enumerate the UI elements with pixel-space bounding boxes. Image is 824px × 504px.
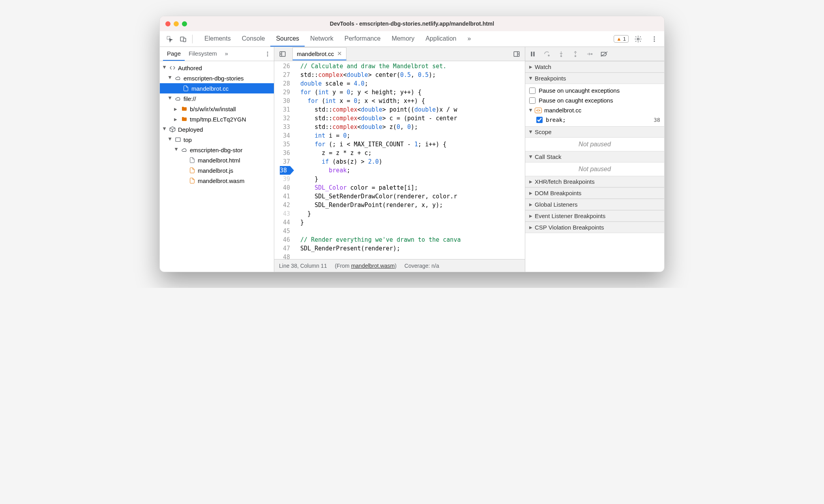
chevron-down-icon: ▶ [168,96,172,101]
navigator-sidebar: Page Filesystem » ▶ Authored ▶ emscripte… [160,47,274,272]
tree-domain[interactable]: ▶ emscripten-dbg-stories [160,73,274,83]
pause-icon[interactable] [529,50,536,58]
warning-icon: ▲ [616,36,622,42]
tree-frame-top[interactable]: ▶ top [160,134,274,145]
tree-folder[interactable]: ▶ tmp/tmp.ELcTq2YGN [160,114,274,124]
cloud-icon [175,75,181,81]
maximize-window-button[interactable] [182,21,187,26]
checkbox[interactable] [529,88,536,94]
source-file-link[interactable]: mandelbrot.wasm [351,263,395,269]
inspect-element-icon[interactable] [163,33,176,45]
authored-icon [169,65,176,71]
editor-panel: mandelbrot.cc ✕ 262728293031323334353637… [274,47,525,272]
close-tab-icon[interactable]: ✕ [337,50,342,57]
navigator-more-icon[interactable] [264,51,271,57]
tree-file-mandelbrot-cc[interactable]: mandelbrot.cc [160,83,274,93]
tree-folder[interactable]: ▶ b/s/w/ir/x/w/install [160,104,274,114]
chevron-right-icon: ▶ [174,107,179,111]
toggle-debugger-icon[interactable] [511,49,522,59]
coverage-info: Coverage: n/a [405,263,439,269]
svg-point-19 [561,55,562,56]
chevron-down-icon: ▶ [174,147,179,152]
window-title: DevTools - emscripten-dbg-stories.netlif… [160,21,664,27]
tree-label: mandelbrot.js [198,167,233,174]
frame-icon [175,136,181,143]
pause-caught-checkbox[interactable]: Pause on caught exceptions [529,95,660,105]
svg-point-9 [267,55,268,56]
breakpoint-entry[interactable]: break; 38 [529,115,660,125]
tree-domain[interactable]: ▶ emscripten-dbg-stor [160,145,274,155]
section-call-stack[interactable]: ▶ Call Stack [525,151,664,162]
checkbox[interactable] [529,97,536,104]
editor-file-tab[interactable]: mandelbrot.cc ✕ [292,47,346,60]
tree-label: emscripten-dbg-stories [184,75,244,82]
tree-file-html[interactable]: mandelbrot.html [160,155,274,165]
section-breakpoints[interactable]: ▶ Breakpoints [525,73,664,84]
tree-label: emscripten-dbg-stor [190,147,242,153]
step-over-icon[interactable] [543,50,551,58]
section-event[interactable]: ▶ Event Listener Breakpoints [525,210,664,222]
settings-icon[interactable] [631,33,645,45]
tab-performance[interactable]: Performance [339,31,386,47]
tab-elements[interactable]: Elements [199,31,236,47]
tree-label: top [184,136,192,143]
tab-sources[interactable]: Sources [270,31,305,47]
section-scope[interactable]: ▶ Scope [525,126,664,138]
tree-file-scheme[interactable]: ▶ file:// [160,93,274,104]
tree-group-deployed[interactable]: ▶ Deployed [160,124,274,134]
breakpoint-checkbox[interactable] [536,117,543,123]
step-out-icon[interactable] [572,50,579,58]
close-window-button[interactable] [165,21,170,26]
sidebar-tab-filesystem[interactable]: Filesystem [185,47,221,61]
section-xhr[interactable]: ▶ XHR/fetch Breakpoints [525,176,664,187]
tab-console[interactable]: Console [236,31,271,47]
deactivate-breakpoints-icon[interactable] [600,50,608,58]
more-icon[interactable] [648,33,661,45]
chevron-right-icon: ▶ [174,117,179,121]
step-icon[interactable] [586,50,593,58]
code-editor[interactable]: 2627282930313233343536373839404142434445… [274,61,525,259]
folder-icon [181,106,187,112]
tree-file-js[interactable]: mandelbrot.js [160,165,274,175]
chevron-down-icon: ▶ [168,137,172,142]
pause-uncaught-checkbox[interactable]: Pause on uncaught exceptions [529,86,660,95]
folder-icon [181,116,187,122]
svg-point-8 [267,53,268,54]
tab-application[interactable]: Application [420,31,462,47]
tab-memory[interactable]: Memory [386,31,420,47]
device-toggle-icon[interactable] [176,33,190,45]
code-body[interactable]: // Calculate and draw the Mandelbrot set… [293,61,461,259]
breakpoint-file-group[interactable]: ▶ <> mandelbrot.cc [529,105,660,115]
tab-overflow[interactable]: » [462,31,476,47]
sidebar-tab-overflow[interactable]: » [221,47,232,61]
svg-rect-10 [176,138,180,141]
tree-label: file:// [184,95,196,102]
section-global[interactable]: ▶ Global Listeners [525,199,664,210]
tree-file-wasm[interactable]: mandelbrot.wasm [160,175,274,186]
window-controls [165,21,187,26]
sidebar-tab-page[interactable]: Page [163,47,185,61]
section-dom[interactable]: ▶ DOM Breakpoints [525,187,664,199]
file-js-icon [189,167,195,174]
svg-point-23 [591,53,592,54]
chevron-right-icon: ▶ [529,202,532,207]
chevron-down-icon: ▶ [168,76,172,80]
tab-network[interactable]: Network [305,31,339,47]
tree-label: mandelbrot.html [198,157,240,164]
tree-label: mandelbrot.wasm [198,177,244,184]
minimize-window-button[interactable] [174,21,179,26]
warning-count: 1 [623,36,626,42]
step-into-icon[interactable] [558,50,565,58]
line-gutter[interactable]: 2627282930313233343536373839404142434445… [274,61,293,259]
section-watch[interactable]: ▶ Watch [525,61,664,73]
svg-rect-15 [531,52,532,56]
breakpoints-body: Pause on uncaught exceptions Pause on ca… [525,84,664,126]
cursor-position: Line 38, Column 11 [279,263,327,269]
toggle-navigator-icon[interactable] [277,49,288,59]
tree-group-authored[interactable]: ▶ Authored [160,63,274,73]
chevron-down-icon: ▶ [529,109,533,112]
navigator-tabs: Page Filesystem » [160,47,274,61]
file-icon [189,157,195,163]
warnings-badge[interactable]: ▲ 1 [614,35,629,43]
section-csp[interactable]: ▶ CSP Violation Breakpoints [525,222,664,233]
